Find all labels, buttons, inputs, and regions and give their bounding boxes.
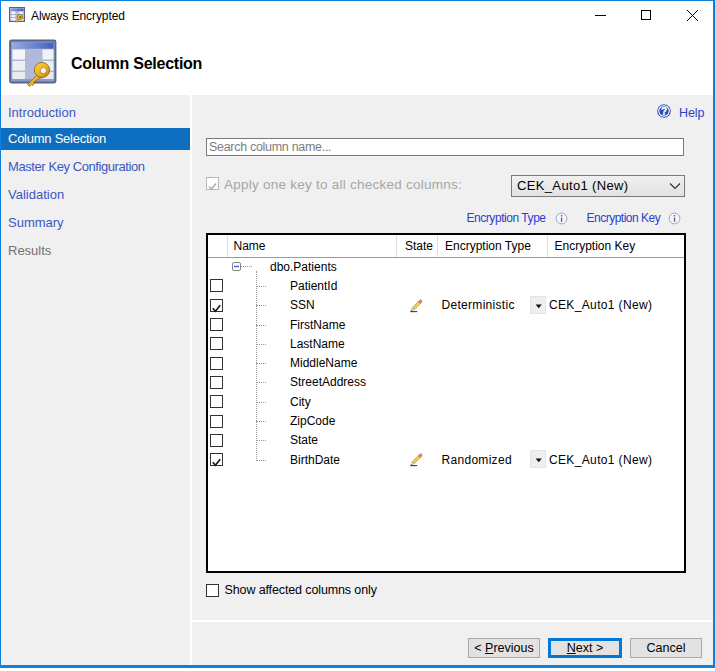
svg-text:?: ? bbox=[661, 106, 667, 117]
